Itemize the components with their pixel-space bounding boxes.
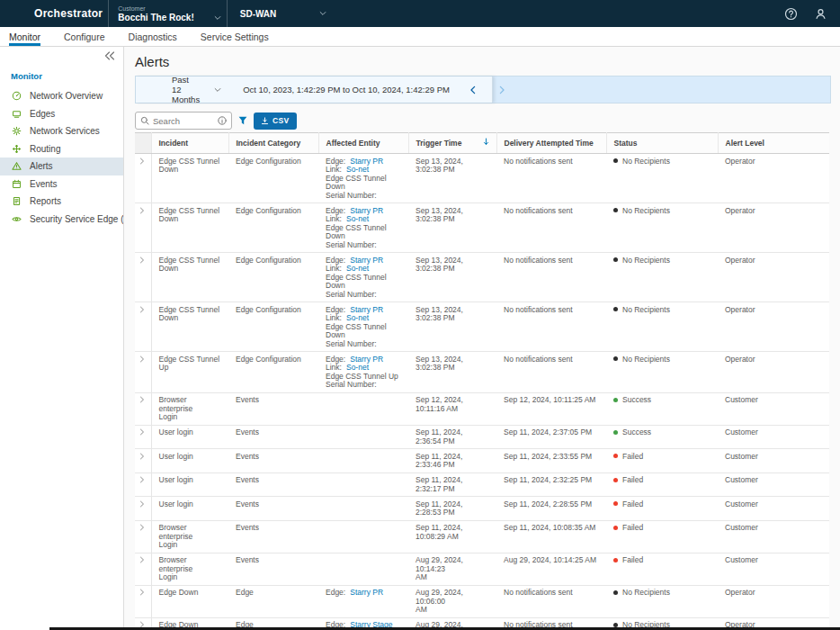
cell-alert-level: Customer — [718, 449, 829, 473]
cell-incident: User login — [151, 425, 228, 449]
column-header-delivery-attempted-time[interactable]: Delivery Attempted Time — [496, 133, 606, 154]
status-dot — [613, 623, 618, 627]
chevron-right-icon — [139, 256, 145, 264]
entity-link[interactable]: So-net — [346, 363, 369, 372]
customer-name: Bocchi The Rock! — [118, 13, 193, 23]
table-row: User loginEventsSep 11, 2024, 2:28:53 PM… — [135, 497, 829, 521]
search-box — [135, 112, 232, 130]
sidebar-item-security-service-edge-s[interactable]: Security Service Edge (S... — [0, 211, 123, 229]
product-switcher[interactable]: SD-WAN — [240, 9, 327, 19]
entity-detail-text: Serial Number: — [326, 381, 401, 390]
range-previous-icon[interactable] — [469, 86, 477, 94]
sidebar-item-alerts[interactable]: Alerts — [0, 158, 123, 176]
cell-status: Failed — [606, 497, 718, 521]
product-name: SD-WAN — [240, 9, 277, 19]
date-preset-dropdown[interactable]: Past 12 Months — [172, 75, 221, 104]
tab-diagnostics[interactable]: Diagnostics — [129, 27, 177, 46]
row-expander[interactable] — [135, 449, 151, 473]
column-header-incident[interactable]: Incident — [151, 133, 228, 154]
entity-link[interactable]: Starry PR — [350, 305, 383, 314]
cell-delivery-attempted-time: No notifications sent — [496, 203, 606, 253]
sidebar-item-label: Edges — [30, 109, 55, 119]
tab-service-settings[interactable]: Service Settings — [201, 27, 269, 46]
entity-type-label: Link: — [326, 264, 342, 273]
row-expander[interactable] — [135, 352, 151, 393]
entity-detail-text: Serial Number: — [326, 192, 401, 201]
status-label: Failed — [622, 500, 643, 508]
cell-alert-level: Customer — [718, 520, 829, 553]
services-icon — [12, 126, 22, 136]
row-expander[interactable] — [135, 472, 151, 497]
cell-incident-category: Edge — [228, 585, 318, 617]
status-dot — [613, 430, 618, 435]
status-label: No Recipients — [622, 355, 670, 364]
info-icon[interactable] — [218, 116, 227, 125]
chevron-right-icon — [139, 500, 145, 508]
sidebar: Monitor Network OverviewEdgesNetwork Ser… — [0, 47, 124, 630]
entity-link[interactable]: So-net — [346, 165, 369, 174]
entity-link[interactable]: So-net — [346, 214, 369, 223]
column-header-affected-entity[interactable]: Affected Entity — [318, 133, 408, 154]
sidebar-item-network-services[interactable]: Network Services — [0, 122, 123, 140]
entity-type-label: Link: — [326, 363, 342, 372]
cell-incident: Browser enterprise Login — [151, 553, 228, 585]
row-expander[interactable] — [135, 497, 151, 521]
filter-icon[interactable] — [238, 116, 247, 125]
tab-monitor[interactable]: Monitor — [9, 27, 40, 46]
entity-link[interactable]: Starry PR — [350, 256, 383, 265]
cell-status: No Recipients — [606, 154, 718, 203]
alerts-table: IncidentIncident CategoryAffected Entity… — [135, 132, 829, 630]
row-expander[interactable] — [135, 585, 151, 617]
row-expander[interactable] — [135, 203, 151, 253]
status-dot — [613, 398, 618, 402]
column-header-incident-category[interactable]: Incident Category — [228, 133, 318, 154]
chevron-down-icon — [214, 15, 221, 21]
tab-configure[interactable]: Configure — [64, 27, 105, 46]
eye-icon — [12, 214, 22, 224]
entity-link[interactable]: Starry PR — [350, 355, 383, 364]
help-icon[interactable] — [784, 7, 798, 21]
row-expander[interactable] — [135, 520, 151, 553]
cell-affected-entity — [318, 553, 408, 585]
row-expander[interactable] — [135, 425, 151, 449]
sidebar-item-label: Security Service Edge (S... — [30, 214, 123, 224]
column-header-status[interactable]: Status — [606, 133, 718, 154]
alert-triangle-icon — [12, 161, 22, 171]
cell-trigger-time: Sep 11, 2024, 2:33:46 PM — [408, 449, 496, 473]
sidebar-item-reports[interactable]: Reports — [0, 193, 123, 211]
column-header-trigger-time[interactable]: Trigger Time — [408, 133, 496, 154]
row-expander[interactable] — [135, 302, 151, 352]
entity-link[interactable]: So-net — [346, 264, 369, 273]
cell-trigger-time: Sep 12, 2024, 10:11:16 AM — [408, 392, 496, 425]
sidebar-item-network-overview[interactable]: Network Overview — [0, 87, 123, 105]
search-input[interactable] — [153, 116, 214, 126]
sidebar-collapse-icon[interactable] — [104, 51, 115, 60]
cell-status: No Recipients — [606, 203, 718, 253]
entity-link[interactable]: Starry PR — [350, 206, 383, 215]
column-header-alert-level[interactable]: Alert Level — [718, 133, 829, 154]
sidebar-item-edges[interactable]: Edges — [0, 105, 123, 123]
entity-link[interactable]: Starry PR — [350, 157, 383, 166]
range-next-icon[interactable] — [498, 86, 505, 94]
csv-export-button[interactable]: CSV — [254, 112, 297, 130]
row-expander[interactable] — [135, 253, 151, 302]
cell-delivery-attempted-time: No notifications sent — [496, 585, 606, 617]
user-icon[interactable] — [814, 7, 827, 21]
chevron-right-icon — [139, 356, 145, 363]
sidebar-item-routing[interactable]: Routing — [0, 140, 123, 158]
row-expander[interactable] — [135, 154, 151, 203]
sidebar-item-events[interactable]: Events — [0, 176, 123, 194]
row-expander[interactable] — [135, 553, 151, 585]
calendar-icon — [12, 179, 22, 189]
customer-switcher[interactable]: Customer Bocchi The Rock! — [118, 4, 220, 23]
entity-link[interactable]: So-net — [346, 313, 369, 322]
cell-trigger-time: Sep 11, 2024, 2:32:17 PM — [408, 472, 496, 497]
cell-incident-category: Edge Configuration — [228, 352, 318, 393]
entity-detail-text: Serial Number: — [326, 241, 401, 250]
row-expander[interactable] — [135, 392, 151, 425]
entity-link[interactable]: Starry PR — [350, 588, 383, 597]
status-label: No Recipients — [622, 157, 670, 166]
chevron-right-icon — [139, 556, 145, 563]
cell-trigger-time: Sep 11, 2024, 2:28:53 PM — [408, 497, 496, 521]
sort-descending-icon[interactable] — [483, 138, 489, 146]
